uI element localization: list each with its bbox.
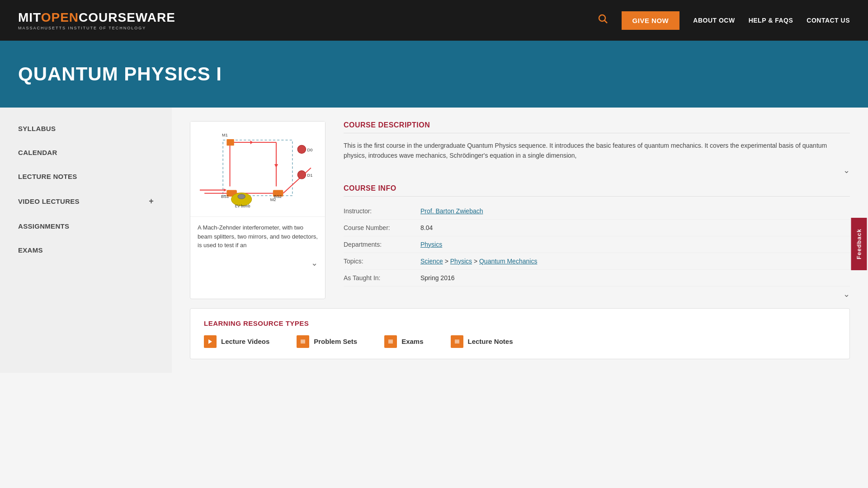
nav-help-faqs[interactable]: HELP & FAQS xyxy=(749,17,793,24)
expand-info-button[interactable]: ⌄ xyxy=(843,289,850,299)
svg-text:BS1: BS1 xyxy=(221,194,229,199)
expand-caption-button[interactable]: ⌄ xyxy=(311,258,318,268)
svg-rect-36 xyxy=(388,343,393,343)
expand-caption-area: ⌄ xyxy=(190,256,325,272)
svg-rect-31 xyxy=(301,340,305,341)
expand-info-area: ⌄ xyxy=(344,286,850,299)
course-description-section: COURSE DESCRIPTION This is the first cou… xyxy=(344,121,850,175)
course-info-title: COURSE INFO xyxy=(344,184,850,197)
info-label-course-number: Course Number: xyxy=(344,224,420,231)
course-image-diagram: BS1 BS2 M1 M2 D0 xyxy=(190,122,325,216)
svg-point-0 xyxy=(599,15,605,21)
info-value-instructor[interactable]: Prof. Barton Zwiebach xyxy=(420,207,483,215)
learning-resources-card: LEARNING RESOURCE TYPES Lecture Videos xyxy=(190,308,850,359)
topic-science-link[interactable]: Science xyxy=(420,258,443,265)
info-row-course-number: Course Number: 8.04 xyxy=(344,220,850,236)
problem-sets-icon xyxy=(297,335,309,348)
logo-text: MITOPENCOURSEWARE xyxy=(18,10,175,25)
header-nav: GIVE NOW ABOUT OCW HELP & FAQS CONTACT U… xyxy=(598,11,850,30)
search-icon-btn[interactable] xyxy=(598,14,608,27)
resource-lecture-notes[interactable]: Lecture Notes xyxy=(451,335,513,348)
info-value-topics: Science > Physics > Quantum Mechanics xyxy=(420,258,537,265)
topic-qm-link[interactable]: Quantum Mechanics xyxy=(479,258,537,265)
course-info-panel: COURSE DESCRIPTION This is the first cou… xyxy=(344,121,850,299)
problem-sets-label: Problem Sets xyxy=(314,338,357,345)
info-row-topics: Topics: Science > Physics > Quantum Mech… xyxy=(344,253,850,270)
sidebar-item-video-lectures[interactable]: VIDEO LECTURES + xyxy=(0,188,172,214)
exams-icon xyxy=(384,335,397,348)
expand-desc-area: ⌄ xyxy=(344,165,850,175)
sidebar-item-assignments[interactable]: ASSIGNMENTS xyxy=(0,214,172,238)
course-description-text: This is the first course in the undergra… xyxy=(344,141,850,161)
info-row-taught-in: As Taught In: Spring 2016 xyxy=(344,270,850,286)
expand-description-button[interactable]: ⌄ xyxy=(843,165,850,175)
svg-point-21 xyxy=(297,145,306,153)
learning-resources-title: LEARNING RESOURCE TYPES xyxy=(204,319,836,327)
logo-mit: MIT xyxy=(18,10,41,24)
page-title: QUANTUM PHYSICS I xyxy=(18,63,850,85)
svg-text:EV bomb: EV bomb xyxy=(235,204,250,208)
svg-point-26 xyxy=(238,194,245,199)
info-label-topics: Topics: xyxy=(344,258,420,265)
info-value-course-number: 8.04 xyxy=(420,224,433,231)
give-now-button[interactable]: GIVE NOW xyxy=(622,11,680,30)
course-description-title: COURSE DESCRIPTION xyxy=(344,121,850,133)
svg-rect-2 xyxy=(190,122,325,216)
logo-courseware: COURSEWARE xyxy=(79,10,175,24)
nav-about-ocw[interactable]: ABOUT OCW xyxy=(693,17,735,24)
top-section: BS1 BS2 M1 M2 D0 xyxy=(190,121,850,299)
sidebar-item-exams[interactable]: EXAMS xyxy=(0,238,172,262)
svg-text:M1: M1 xyxy=(222,133,228,137)
resource-exams[interactable]: Exams xyxy=(384,335,423,348)
main-content: SYLLABUS CALENDAR LECTURE NOTES VIDEO LE… xyxy=(0,108,868,373)
exams-label: Exams xyxy=(401,338,423,345)
lecture-notes-icon xyxy=(451,335,463,348)
svg-rect-34 xyxy=(388,340,393,341)
svg-point-23 xyxy=(297,171,306,179)
sidebar-item-syllabus[interactable]: SYLLABUS xyxy=(0,117,172,141)
header: MITOPENCOURSEWARE MASSACHUSETTS INSTITUT… xyxy=(0,0,868,41)
svg-rect-16 xyxy=(226,139,234,145)
course-caption: A Mach-Zehnder interferometer, with two … xyxy=(190,216,325,256)
topic-separator-2: > xyxy=(474,258,479,265)
sidebar: SYLLABUS CALENDAR LECTURE NOTES VIDEO LE… xyxy=(0,108,172,373)
lecture-videos-label: Lecture Videos xyxy=(221,338,269,345)
svg-rect-37 xyxy=(455,340,459,341)
info-row-departments: Departments: Physics xyxy=(344,236,850,253)
sidebar-item-calendar[interactable]: CALENDAR xyxy=(0,141,172,164)
info-value-taught-in: Spring 2016 xyxy=(420,274,455,282)
svg-text:D0: D0 xyxy=(307,148,313,152)
lecture-videos-icon xyxy=(204,335,217,348)
feedback-button[interactable]: Feedback xyxy=(851,218,867,270)
course-info-section: COURSE INFO Instructor: Prof. Barton Zwi… xyxy=(344,184,850,299)
hero-banner: QUANTUM PHYSICS I xyxy=(0,41,868,108)
svg-rect-32 xyxy=(301,341,305,342)
sidebar-item-lecture-notes[interactable]: LECTURE NOTES xyxy=(0,164,172,188)
svg-text:D1: D1 xyxy=(307,173,313,178)
resource-types: Lecture Videos Problem Sets xyxy=(204,335,836,348)
svg-line-1 xyxy=(604,21,607,23)
logo-sub: MASSACHUSETTS INSTITUTE OF TECHNOLOGY xyxy=(18,26,175,30)
svg-rect-35 xyxy=(388,341,393,342)
logo-area: MITOPENCOURSEWARE MASSACHUSETTS INSTITUT… xyxy=(18,10,175,30)
svg-rect-33 xyxy=(301,343,305,343)
svg-rect-38 xyxy=(455,341,459,342)
expand-video-lectures-icon: + xyxy=(149,197,154,206)
svg-text:M2: M2 xyxy=(270,197,276,202)
content-area: BS1 BS2 M1 M2 D0 xyxy=(172,108,868,373)
resource-problem-sets[interactable]: Problem Sets xyxy=(297,335,357,348)
info-label-departments: Departments: xyxy=(344,241,420,248)
logo-open: OPEN xyxy=(41,10,79,24)
info-value-departments[interactable]: Physics xyxy=(420,241,442,248)
course-image-card: BS1 BS2 M1 M2 D0 xyxy=(190,121,326,299)
resource-lecture-videos[interactable]: Lecture Videos xyxy=(204,335,269,348)
nav-contact-us[interactable]: CONTACT US xyxy=(807,17,850,24)
info-label-taught-in: As Taught In: xyxy=(344,274,420,282)
topic-physics-link[interactable]: Physics xyxy=(450,258,472,265)
svg-marker-30 xyxy=(208,339,212,344)
info-row-instructor: Instructor: Prof. Barton Zwiebach xyxy=(344,203,850,220)
svg-rect-39 xyxy=(455,343,459,343)
topic-separator-1: > xyxy=(445,258,450,265)
lecture-notes-label: Lecture Notes xyxy=(468,338,513,345)
info-label-instructor: Instructor: xyxy=(344,207,420,215)
